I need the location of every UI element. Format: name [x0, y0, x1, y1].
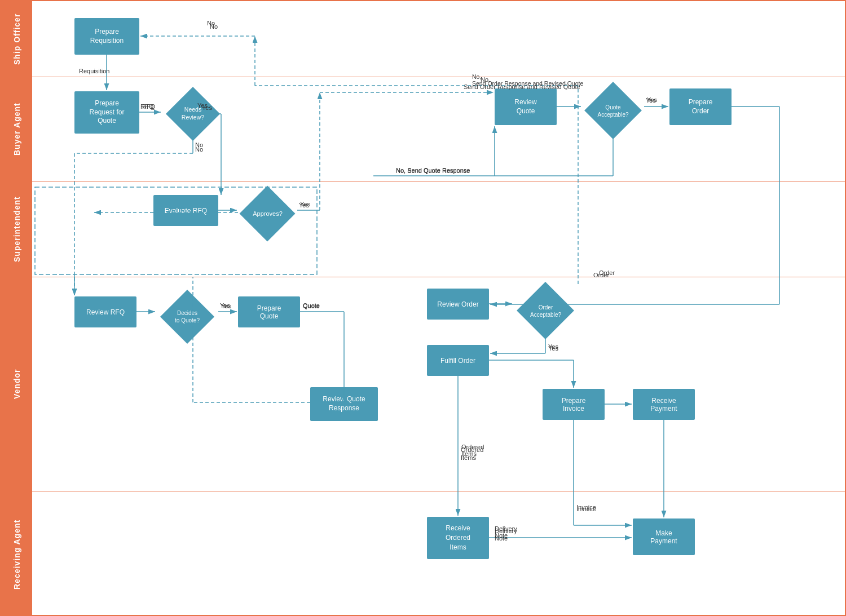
node-order-acceptable: OrderAcceptable?	[513, 284, 578, 338]
lane-label-buyer-agent: Buyer Agent	[1, 77, 32, 181]
node-evaluate-rfq: Evaluate RFQ	[153, 195, 218, 226]
node-review-rfq: Review RFQ	[74, 296, 136, 327]
label-no-needs-review: No	[195, 141, 203, 148]
node-approves: Approves?	[238, 187, 297, 241]
lane-superintendent: Superintendent	[1, 181, 845, 277]
label-rfq: RFQ	[142, 103, 155, 110]
label-yes-quote-acceptable: Yes	[647, 96, 657, 103]
diagram-container: Ship Officer Buyer Agent Superintendent …	[0, 0, 846, 616]
label-delivery-note: DeliveryNote	[495, 525, 517, 539]
label-yes-decides-quote: Yes	[221, 303, 231, 309]
node-review-order: Review Order	[427, 289, 489, 320]
node-prepare-rfq: PrepareRequest forQuote	[74, 91, 139, 134]
label-yes-order-acceptable: Yes	[548, 345, 558, 352]
label-ordered-items: OrderedItems	[461, 444, 484, 457]
node-fulfill-order: Fulfill Order	[427, 345, 489, 376]
label-yes-approves: Yes	[299, 202, 309, 209]
label-invoice: Invoice	[576, 504, 596, 511]
label-quote: Quote	[303, 303, 320, 309]
node-prepare-invoice: PrepareInvoice	[543, 389, 605, 420]
lane-label-superintendent: Superintendent	[1, 181, 32, 277]
node-needs-review: NeedsReview?	[162, 88, 224, 139]
lane-receiving-agent: Receiving Agent	[1, 491, 845, 616]
node-make-payment: MakePayment	[633, 518, 695, 555]
label-no-send-quote-response: No, Send Quote Response	[396, 167, 470, 174]
node-prepare-requisition: PrepareRequisition	[74, 18, 139, 55]
node-prepare-quote: PrepareQuote	[238, 296, 300, 327]
label-requisition: Requisition	[79, 68, 109, 74]
node-review-quote: ReviewQuote	[495, 88, 557, 125]
node-receive-payment: ReceivePayment	[633, 389, 695, 420]
node-quote-acceptable: QuoteAcceptable?	[582, 84, 644, 138]
label-order: Order	[599, 269, 615, 276]
node-decides-to-quote: Decidesto Quote?	[156, 291, 218, 342]
lane-label-vendor: Vendor	[1, 277, 32, 491]
node-review-quote-response: Review QuoteResponse	[310, 387, 378, 421]
node-receive-ordered-items: ReceiveOrderedItems	[427, 517, 489, 559]
label-no-top: No	[210, 23, 218, 30]
label-no-send-order-response: No,Send Order Response and Revised Quote	[472, 73, 583, 87]
node-prepare-order: PrepareOrder	[669, 88, 732, 125]
lane-label-ship-officer: Ship Officer	[1, 1, 32, 77]
lane-label-receiving-agent: Receiving Agent	[1, 491, 32, 616]
